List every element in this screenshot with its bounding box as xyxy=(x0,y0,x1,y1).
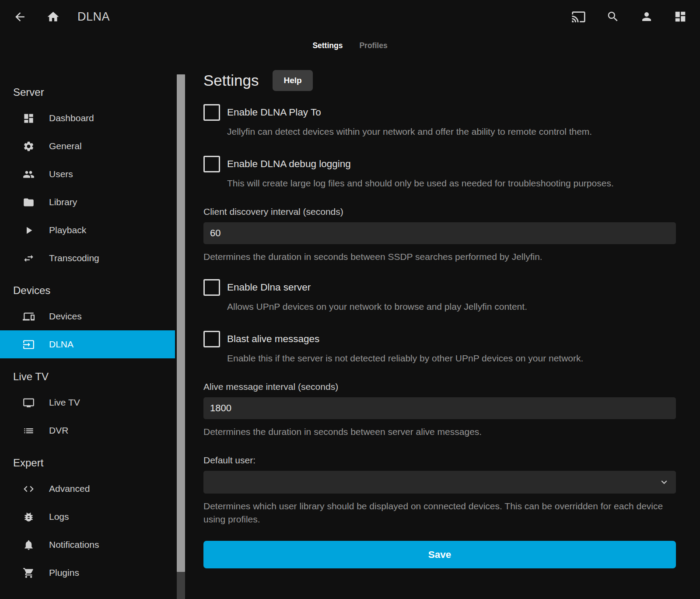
enable-dlna-debug-logging-label: Enable DLNA debug logging xyxy=(227,158,351,170)
sidebar: ServerDashboardGeneralUsersLibraryPlayba… xyxy=(0,61,175,599)
enable-dlna-debug-logging-checkbox[interactable] xyxy=(203,156,220,172)
client-discovery-interval-description: Determines the duration in seconds betwe… xyxy=(203,250,676,263)
cart-icon xyxy=(23,567,35,579)
sidebar-item-playback[interactable]: Playback xyxy=(0,216,175,244)
folder-icon xyxy=(23,196,35,208)
alive-message-interval-input[interactable] xyxy=(203,397,676,419)
enable-dlna-server-description: Allows UPnP devices on your network to b… xyxy=(227,301,676,312)
blast-alive-messages-description: Enable this if the server is not detecte… xyxy=(227,353,676,364)
sidebar-item-label: Devices xyxy=(49,311,82,322)
sidebar-item-library[interactable]: Library xyxy=(0,188,175,216)
enable-dlna-play-to-label: Enable DLNA Play To xyxy=(227,107,321,118)
sidebar-item-dlna[interactable]: DLNA xyxy=(0,330,175,358)
bug-icon xyxy=(23,511,35,523)
blast-alive-messages-checkbox[interactable] xyxy=(203,331,220,347)
sidebar-item-notifications[interactable]: Notifications xyxy=(0,531,175,559)
topbar-actions xyxy=(571,10,687,24)
alive-message-interval-description: Determines the duration in seconds betwe… xyxy=(203,425,676,438)
scrollbar-track-lower xyxy=(177,572,185,599)
settings-form: Settings Help Enable DLNA Play To Jellyf… xyxy=(203,61,676,568)
chevron-down-icon xyxy=(658,476,670,488)
sidebar-section-server: ServerDashboardGeneralUsersLibraryPlayba… xyxy=(0,86,175,272)
bell-icon xyxy=(23,539,35,551)
sidebar-item-label: General xyxy=(49,141,82,151)
enable-dlna-play-to-checkbox[interactable] xyxy=(203,104,220,121)
sidebar-item-label: Plugins xyxy=(49,567,79,578)
home-icon[interactable] xyxy=(46,10,60,24)
input-icon xyxy=(23,339,35,350)
dashboard-icon xyxy=(23,112,35,124)
list-icon xyxy=(23,425,35,437)
cast-icon[interactable] xyxy=(571,10,586,24)
sidebar-section-title: Server xyxy=(13,86,175,99)
sidebar-scrollbar[interactable] xyxy=(177,74,185,599)
enable-dlna-server-checkbox[interactable] xyxy=(203,279,220,296)
sidebar-item-transcoding[interactable]: Transcoding xyxy=(0,244,175,272)
back-icon[interactable] xyxy=(13,10,27,24)
sidebar-item-label: Dashboard xyxy=(49,113,94,123)
alive-message-interval-label: Alive message interval (seconds) xyxy=(203,382,676,393)
default-user-select[interactable] xyxy=(203,471,676,494)
sidebar-section-expert: ExpertAdvancedLogsNotificationsPlugins xyxy=(0,456,175,587)
client-discovery-interval-label: Client discovery interval (seconds) xyxy=(203,207,676,218)
sidebar-section-title: Devices xyxy=(13,284,175,297)
dlna-settings-page: DLNA Settings Profiles ServerDashboardGe… xyxy=(0,0,700,599)
play-icon xyxy=(23,224,35,236)
user-icon[interactable] xyxy=(640,10,653,23)
devices-icon xyxy=(23,311,35,322)
sidebar-section-live-tv: Live TVLive TVDVR xyxy=(0,370,175,445)
settings-heading: Settings xyxy=(203,72,259,89)
default-user-label: Default user: xyxy=(203,455,676,466)
sidebar-item-label: Live TV xyxy=(49,397,80,408)
sidebar-item-label: Transcoding xyxy=(49,253,99,263)
sidebar-item-dvr[interactable]: DVR xyxy=(0,417,175,445)
enable-dlna-play-to-row[interactable]: Enable DLNA Play To xyxy=(203,104,676,121)
sidebar-item-label: Notifications xyxy=(49,539,99,550)
code-icon xyxy=(23,483,35,495)
gear-icon xyxy=(23,140,35,152)
enable-dlna-server-label: Enable Dlna server xyxy=(227,282,311,293)
sidebar-item-label: Advanced xyxy=(49,483,90,494)
client-discovery-interval-input[interactable] xyxy=(203,222,676,244)
tab-settings[interactable]: Settings xyxy=(312,41,343,50)
default-user-description: Determines which user library should be … xyxy=(203,500,676,526)
help-button[interactable]: Help xyxy=(273,70,312,91)
sidebar-item-label: Logs xyxy=(49,511,69,522)
sidebar-item-livetv[interactable]: Live TV xyxy=(0,389,175,417)
tab-bar: Settings Profiles xyxy=(0,39,700,53)
sidebar-section-devices: DevicesDevicesDLNA xyxy=(0,284,175,358)
default-user-value xyxy=(203,476,210,487)
page-title: DLNA xyxy=(77,10,110,24)
people-icon xyxy=(23,168,35,180)
sidebar-section-title: Live TV xyxy=(13,370,175,383)
enable-dlna-server-row[interactable]: Enable Dlna server xyxy=(203,279,676,296)
sidebar-item-general[interactable]: General xyxy=(0,132,175,160)
tab-profiles[interactable]: Profiles xyxy=(359,41,387,50)
scrollbar-thumb[interactable] xyxy=(177,74,185,572)
top-bar: DLNA xyxy=(0,0,700,33)
tv-icon xyxy=(23,397,35,409)
sidebar-item-label: Library xyxy=(49,197,77,207)
sidebar-item-dashboard[interactable]: Dashboard xyxy=(0,104,175,132)
sidebar-item-label: Playback xyxy=(49,225,86,235)
search-icon[interactable] xyxy=(606,10,620,23)
sidebar-item-users[interactable]: Users xyxy=(0,160,175,188)
sidebar-section-title: Expert xyxy=(13,456,175,469)
sidebar-item-advanced[interactable]: Advanced xyxy=(0,475,175,503)
enable-dlna-debug-logging-row[interactable]: Enable DLNA debug logging xyxy=(203,156,676,172)
sidebar-item-plugins[interactable]: Plugins xyxy=(0,559,175,587)
swap-arrows-icon xyxy=(23,252,35,264)
sidebar-item-label: Users xyxy=(49,169,73,179)
blast-alive-messages-label: Blast alive messages xyxy=(227,333,319,345)
enable-dlna-debug-logging-description: This will create large log files and sho… xyxy=(227,178,676,189)
enable-dlna-play-to-description: Jellyfin can detect devices within your … xyxy=(227,126,676,137)
save-button[interactable]: Save xyxy=(203,541,676,568)
dashboard-icon[interactable] xyxy=(674,10,687,23)
sidebar-item-label: DLNA xyxy=(49,339,74,350)
sidebar-item-logs[interactable]: Logs xyxy=(0,503,175,531)
sidebar-item-devices[interactable]: Devices xyxy=(0,302,175,330)
blast-alive-messages-row[interactable]: Blast alive messages xyxy=(203,331,676,347)
sidebar-item-label: DVR xyxy=(49,425,68,436)
